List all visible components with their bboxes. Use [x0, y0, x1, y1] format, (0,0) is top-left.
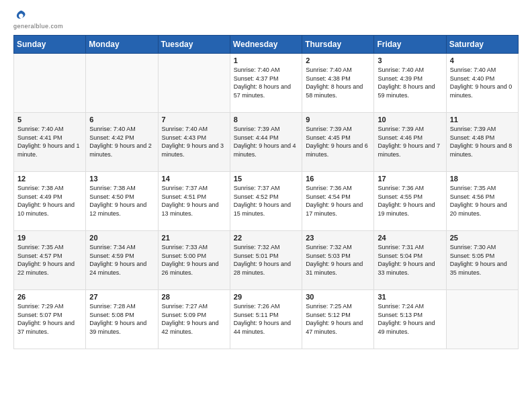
day-number: 24 — [378, 234, 442, 242]
day-info: Sunrise: 7:40 AM Sunset: 4:39 PM Dayligh… — [378, 66, 442, 99]
calendar-header-thursday: Thursday — [302, 36, 374, 54]
day-number: 17 — [378, 175, 442, 183]
day-number: 15 — [234, 175, 298, 183]
day-number: 8 — [234, 116, 298, 124]
day-number: 20 — [89, 234, 154, 242]
day-info: Sunrise: 7:32 AM Sunset: 5:03 PM Dayligh… — [306, 243, 370, 277]
day-info: Sunrise: 7:40 AM Sunset: 4:42 PM Dayligh… — [89, 125, 154, 158]
day-info: Sunrise: 7:27 AM Sunset: 5:09 PM Dayligh… — [162, 302, 226, 336]
day-info: Sunrise: 7:26 AM Sunset: 5:11 PM Dayligh… — [234, 302, 298, 336]
calendar-cell: 6Sunrise: 7:40 AM Sunset: 4:42 PM Daylig… — [86, 113, 158, 172]
day-number: 28 — [162, 293, 226, 301]
day-info: Sunrise: 7:35 AM Sunset: 4:57 PM Dayligh… — [17, 243, 82, 277]
day-info: Sunrise: 7:39 AM Sunset: 4:45 PM Dayligh… — [306, 125, 370, 158]
calendar-cell: 29Sunrise: 7:26 AM Sunset: 5:11 PM Dayli… — [230, 290, 302, 349]
day-number: 26 — [17, 293, 82, 301]
day-info: Sunrise: 7:29 AM Sunset: 5:07 PM Dayligh… — [17, 302, 82, 336]
calendar-cell: 11Sunrise: 7:39 AM Sunset: 4:48 PM Dayli… — [446, 113, 518, 172]
day-info: Sunrise: 7:37 AM Sunset: 4:52 PM Dayligh… — [234, 184, 298, 218]
calendar-cell: 8Sunrise: 7:39 AM Sunset: 4:44 PM Daylig… — [230, 113, 302, 172]
day-number: 25 — [450, 234, 515, 242]
day-info: Sunrise: 7:40 AM Sunset: 4:40 PM Dayligh… — [450, 66, 515, 99]
day-number: 29 — [234, 293, 298, 301]
logo-bird-icon — [15, 9, 27, 21]
calendar-cell: 9Sunrise: 7:39 AM Sunset: 4:45 PM Daylig… — [302, 113, 374, 172]
day-info: Sunrise: 7:40 AM Sunset: 4:41 PM Dayligh… — [17, 125, 82, 158]
day-info: Sunrise: 7:24 AM Sunset: 5:13 PM Dayligh… — [378, 302, 442, 336]
calendar-cell: 15Sunrise: 7:37 AM Sunset: 4:52 PM Dayli… — [230, 172, 302, 231]
calendar-cell — [446, 290, 518, 349]
calendar-header-wednesday: Wednesday — [230, 36, 302, 54]
day-number: 9 — [306, 116, 370, 124]
calendar-cell: 28Sunrise: 7:27 AM Sunset: 5:09 PM Dayli… — [158, 290, 230, 349]
calendar-table: SundayMondayTuesdayWednesdayThursdayFrid… — [13, 35, 519, 349]
calendar-week-2: 5Sunrise: 7:40 AM Sunset: 4:41 PM Daylig… — [14, 113, 519, 172]
day-info: Sunrise: 7:40 AM Sunset: 4:43 PM Dayligh… — [162, 125, 226, 158]
day-number: 13 — [89, 175, 154, 183]
calendar-header-sunday: Sunday — [14, 36, 86, 54]
calendar-cell: 23Sunrise: 7:32 AM Sunset: 5:03 PM Dayli… — [302, 231, 374, 290]
calendar-cell: 20Sunrise: 7:34 AM Sunset: 4:59 PM Dayli… — [86, 231, 158, 290]
calendar-cell: 3Sunrise: 7:40 AM Sunset: 4:39 PM Daylig… — [374, 54, 446, 113]
day-info: Sunrise: 7:34 AM Sunset: 4:59 PM Dayligh… — [89, 243, 154, 277]
day-number: 10 — [378, 116, 442, 124]
day-info: Sunrise: 7:36 AM Sunset: 4:55 PM Dayligh… — [378, 184, 442, 218]
logo-text — [13, 9, 27, 21]
day-number: 6 — [89, 116, 154, 124]
day-number: 7 — [162, 116, 226, 124]
calendar-cell: 27Sunrise: 7:28 AM Sunset: 5:08 PM Dayli… — [86, 290, 158, 349]
day-info: Sunrise: 7:33 AM Sunset: 5:00 PM Dayligh… — [162, 243, 226, 277]
calendar-cell: 2Sunrise: 7:40 AM Sunset: 4:38 PM Daylig… — [302, 54, 374, 113]
day-number: 27 — [89, 293, 154, 301]
calendar-week-5: 26Sunrise: 7:29 AM Sunset: 5:07 PM Dayli… — [14, 290, 519, 349]
calendar-cell: 21Sunrise: 7:33 AM Sunset: 5:00 PM Dayli… — [158, 231, 230, 290]
calendar-cell: 5Sunrise: 7:40 AM Sunset: 4:41 PM Daylig… — [14, 113, 86, 172]
day-number: 18 — [450, 175, 515, 183]
day-info: Sunrise: 7:37 AM Sunset: 4:51 PM Dayligh… — [162, 184, 226, 218]
day-number: 2 — [306, 56, 370, 64]
day-number: 19 — [17, 234, 82, 242]
calendar-cell: 19Sunrise: 7:35 AM Sunset: 4:57 PM Dayli… — [14, 231, 86, 290]
calendar-week-1: 1Sunrise: 7:40 AM Sunset: 4:37 PM Daylig… — [14, 54, 519, 113]
day-number: 14 — [162, 175, 226, 183]
day-number: 4 — [450, 56, 515, 64]
day-number: 11 — [450, 116, 515, 124]
day-info: Sunrise: 7:38 AM Sunset: 4:49 PM Dayligh… — [17, 184, 82, 218]
calendar-cell: 18Sunrise: 7:35 AM Sunset: 4:56 PM Dayli… — [446, 172, 518, 231]
day-info: Sunrise: 7:25 AM Sunset: 5:12 PM Dayligh… — [306, 302, 370, 336]
calendar-header-row: SundayMondayTuesdayWednesdayThursdayFrid… — [14, 36, 519, 54]
day-info: Sunrise: 7:38 AM Sunset: 4:50 PM Dayligh… — [89, 184, 154, 218]
day-number: 21 — [162, 234, 226, 242]
calendar-cell — [14, 54, 86, 113]
calendar-cell: 4Sunrise: 7:40 AM Sunset: 4:40 PM Daylig… — [446, 54, 518, 113]
header: generalblue.com — [13, 7, 519, 30]
day-number: 5 — [17, 116, 82, 124]
calendar-cell: 25Sunrise: 7:30 AM Sunset: 5:05 PM Dayli… — [446, 231, 518, 290]
day-info: Sunrise: 7:40 AM Sunset: 4:37 PM Dayligh… — [234, 66, 298, 99]
day-info: Sunrise: 7:39 AM Sunset: 4:44 PM Dayligh… — [234, 125, 298, 158]
calendar-header-tuesday: Tuesday — [158, 36, 230, 54]
day-number: 1 — [234, 56, 298, 64]
logo: generalblue.com — [13, 7, 63, 30]
day-info: Sunrise: 7:35 AM Sunset: 4:56 PM Dayligh… — [450, 184, 515, 218]
calendar-cell: 26Sunrise: 7:29 AM Sunset: 5:07 PM Dayli… — [14, 290, 86, 349]
calendar-header-monday: Monday — [86, 36, 158, 54]
day-info: Sunrise: 7:28 AM Sunset: 5:08 PM Dayligh… — [89, 302, 154, 336]
day-info: Sunrise: 7:39 AM Sunset: 4:46 PM Dayligh… — [378, 125, 442, 158]
calendar-cell: 22Sunrise: 7:32 AM Sunset: 5:01 PM Dayli… — [230, 231, 302, 290]
day-info: Sunrise: 7:39 AM Sunset: 4:48 PM Dayligh… — [450, 125, 515, 158]
calendar-header-saturday: Saturday — [446, 36, 518, 54]
calendar-header-friday: Friday — [374, 36, 446, 54]
calendar-cell: 1Sunrise: 7:40 AM Sunset: 4:37 PM Daylig… — [230, 54, 302, 113]
calendar-cell: 13Sunrise: 7:38 AM Sunset: 4:50 PM Dayli… — [86, 172, 158, 231]
day-number: 23 — [306, 234, 370, 242]
calendar-cell: 31Sunrise: 7:24 AM Sunset: 5:13 PM Dayli… — [374, 290, 446, 349]
calendar-cell: 12Sunrise: 7:38 AM Sunset: 4:49 PM Dayli… — [14, 172, 86, 231]
page: generalblue.com SundayMondayTuesdayWedne… — [0, 0, 532, 363]
day-number: 31 — [378, 293, 442, 301]
calendar-cell: 7Sunrise: 7:40 AM Sunset: 4:43 PM Daylig… — [158, 113, 230, 172]
calendar-cell: 16Sunrise: 7:36 AM Sunset: 4:54 PM Dayli… — [302, 172, 374, 231]
day-number: 30 — [306, 293, 370, 301]
day-info: Sunrise: 7:31 AM Sunset: 5:04 PM Dayligh… — [378, 243, 442, 277]
calendar-cell: 14Sunrise: 7:37 AM Sunset: 4:51 PM Dayli… — [158, 172, 230, 231]
